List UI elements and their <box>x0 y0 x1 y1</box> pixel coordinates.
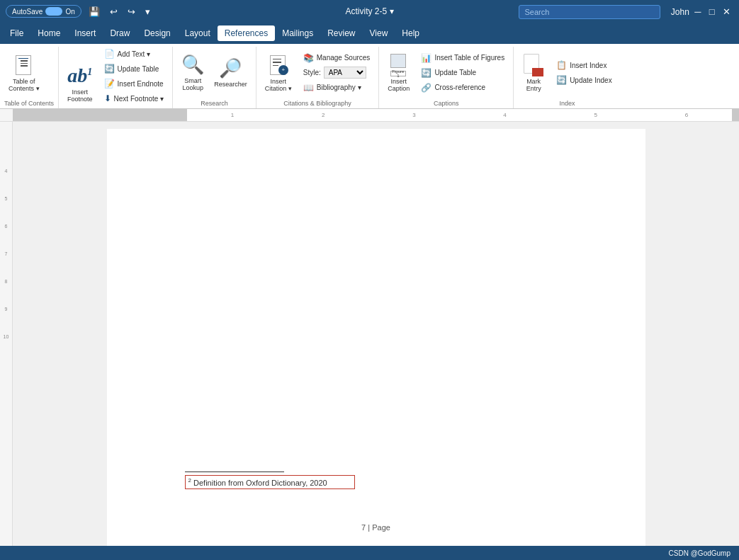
update-index-button[interactable]: 🔄 Update Index <box>552 73 616 87</box>
ruler-numbers: 4 5 6 7 8 9 10 <box>0 122 12 350</box>
toc-icon <box>14 54 34 76</box>
mark-entry-button[interactable]: MarkEntry <box>518 50 549 96</box>
menu-review[interactable]: Review <box>320 25 362 41</box>
insert-index-icon: 📋 <box>556 60 567 70</box>
statusbar: CSDN @GodGump <box>0 546 739 560</box>
footnote-text-content: Definition from Oxford Dictionary, 2020 <box>193 479 327 487</box>
insert-endnote-button[interactable]: 📝 Insert Endnote <box>100 76 169 91</box>
update-index-icon: 🔄 <box>556 75 567 85</box>
research-group-label: Research <box>177 98 252 108</box>
titlebar-left: AutoSave On 💾 ↩ ↪ ▾ <box>6 4 248 20</box>
footnote-number: 2 <box>188 477 191 484</box>
insert-caption-button[interactable]: Figure 1 InsertCaption <box>383 50 414 96</box>
insert-endnote-label: Insert Endnote <box>118 80 164 88</box>
researcher-label: Researcher <box>214 81 247 88</box>
ruler: 123456 <box>0 109 739 122</box>
ribbon-group-footnotes: ab1 InsertFootnote 📄 Add Text ▾ 🔄 Update… <box>59 47 173 108</box>
menu-view[interactable]: View <box>363 25 395 41</box>
researcher-icon: 🔎 <box>219 57 242 79</box>
insert-citation-button[interactable]: + InsertCitation ▾ <box>261 50 296 96</box>
footnote-separator <box>185 472 284 472</box>
update-table-captions-label: Update Table <box>434 69 476 76</box>
search-input[interactable] <box>519 5 660 19</box>
minimize-button[interactable]: ─ <box>692 4 704 20</box>
update-index-label: Update Index <box>570 76 612 84</box>
index-group-label: Index <box>518 98 616 108</box>
menubar: File Home Insert Draw Design Layout Refe… <box>0 23 739 44</box>
manage-sources-button[interactable]: 📚 Manage Sources <box>299 51 375 65</box>
undo-button[interactable]: ↩ <box>107 4 120 20</box>
menu-file[interactable]: File <box>3 25 30 41</box>
autosave-toggle[interactable] <box>45 7 62 16</box>
update-table-footnote-button[interactable]: 🔄 Update Table <box>100 62 169 76</box>
customize-button[interactable]: ▾ <box>142 4 153 20</box>
mark-entry-icon <box>524 54 543 76</box>
add-text-label: Add Text ▾ <box>118 50 151 58</box>
style-select[interactable]: APA MLA Chicago <box>324 67 366 79</box>
menu-layout[interactable]: Layout <box>178 25 218 41</box>
close-button[interactable]: ✕ <box>720 4 733 20</box>
insert-caption-label: InsertCaption <box>388 78 410 92</box>
save-button[interactable]: 💾 <box>86 4 103 20</box>
update-table-fn-label: Update Table <box>118 65 159 73</box>
insert-table-figures-icon: 📊 <box>421 53 431 63</box>
watermark-text: CSDN @GodGump <box>669 549 730 557</box>
toc-label: Table ofContents ▾ <box>9 78 40 92</box>
update-table-fn-icon: 🔄 <box>104 64 115 74</box>
cross-reference-label: Cross-reference <box>434 84 485 91</box>
style-label: Style: <box>303 69 321 76</box>
insert-footnote-button[interactable]: ab1 InsertFootnote <box>63 61 97 106</box>
update-table-captions-icon: 🔄 <box>421 68 431 78</box>
ruler-marks: 123456 <box>187 112 732 118</box>
restore-button[interactable]: □ <box>706 4 718 20</box>
user-name: John <box>671 7 689 17</box>
document-page: 2 Definition from Oxford Dictionary, 202… <box>107 129 645 546</box>
titlebar: AutoSave On 💾 ↩ ↪ ▾ Activity 2-5 ▾ John … <box>0 0 739 23</box>
title-dropdown-icon[interactable]: ▾ <box>390 6 394 16</box>
manage-sources-icon: 📚 <box>303 53 314 63</box>
cross-reference-icon: 🔗 <box>421 83 431 93</box>
insert-index-button[interactable]: 📋 Insert Index <box>552 58 616 72</box>
document-title: Activity 2-5 <box>345 6 387 16</box>
update-table-captions-button[interactable]: 🔄 Update Table <box>417 66 509 80</box>
add-text-icon: 📄 <box>104 49 115 59</box>
titlebar-center: Activity 2-5 ▾ <box>248 6 490 16</box>
autosave-label: AutoSave <box>12 8 43 16</box>
style-row: Style: APA MLA Chicago <box>299 66 375 80</box>
smart-lookup-button[interactable]: 🔍 SmartLookup <box>177 50 208 96</box>
researcher-button[interactable]: 🔎 Researcher <box>210 50 252 96</box>
page-number: 7 <box>361 523 366 532</box>
menu-references[interactable]: References <box>218 25 275 41</box>
page-number-bar: 7 | Page <box>107 523 645 532</box>
menu-help[interactable]: Help <box>395 25 427 41</box>
insert-table-figures-button[interactable]: 📊 Insert Table of Figures <box>417 51 509 65</box>
smart-lookup-icon: 🔍 <box>181 54 204 76</box>
table-of-contents-button[interactable]: Table ofContents ▾ <box>4 50 44 96</box>
menu-design[interactable]: Design <box>137 25 177 41</box>
insert-table-figures-label: Insert Table of Figures <box>434 54 504 62</box>
menu-mailings[interactable]: Mailings <box>275 25 320 41</box>
ruler-right-inactive <box>732 109 739 121</box>
bibliography-label: Bibliography ▾ <box>317 84 361 91</box>
footnote-content[interactable]: 2 Definition from Oxford Dictionary, 202… <box>185 475 355 489</box>
next-footnote-label: Next Footnote ▾ <box>114 95 164 103</box>
cross-reference-button[interactable]: 🔗 Cross-reference <box>417 81 509 95</box>
menu-home[interactable]: Home <box>30 25 67 41</box>
citations-small-buttons: 📚 Manage Sources Style: APA MLA Chicago … <box>299 51 375 95</box>
ruler-left-inactive <box>13 109 187 121</box>
ruler-active: 123456 <box>187 109 732 121</box>
bibliography-button[interactable]: 📖 Bibliography ▾ <box>299 81 375 95</box>
add-text-button[interactable]: 📄 Add Text ▾ <box>100 47 169 61</box>
ruler-left-margin <box>0 109 13 121</box>
manage-sources-label: Manage Sources <box>317 54 371 62</box>
page-label: | Page <box>368 523 390 532</box>
menu-insert[interactable]: Insert <box>67 25 103 41</box>
research-buttons: 🔍 SmartLookup 🔎 Researcher <box>177 47 252 98</box>
next-footnote-button[interactable]: ⬇ Next Footnote ▾ <box>100 91 169 105</box>
ribbon-group-index: MarkEntry 📋 Insert Index 🔄 Update Index … <box>514 47 621 108</box>
menu-draw[interactable]: Draw <box>103 25 137 41</box>
titlebar-right: John ─ □ ✕ <box>491 4 733 20</box>
redo-button[interactable]: ↪ <box>125 4 138 20</box>
captions-group-label: Captions <box>383 98 509 108</box>
autosave-state: On <box>65 8 74 16</box>
